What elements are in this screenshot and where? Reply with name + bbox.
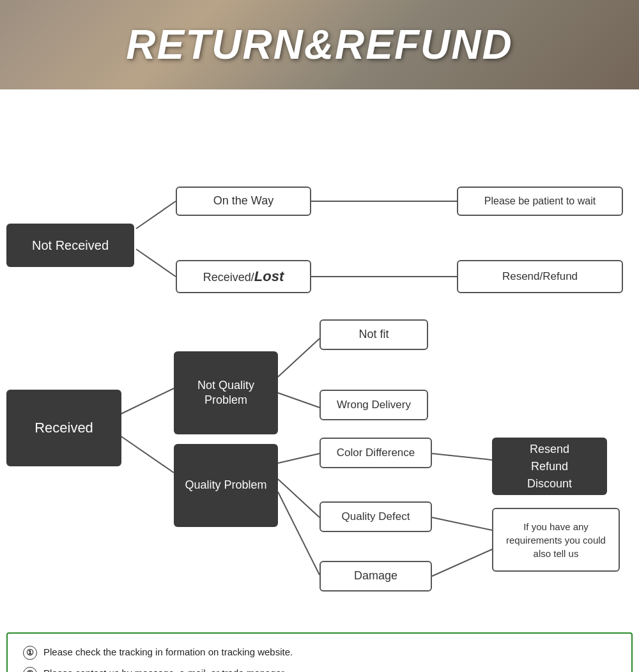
svg-line-12: [432, 517, 492, 530]
note-item-2: ② Please contact us by meesage, e-mail, …: [23, 666, 616, 672]
node-received: Received: [6, 390, 121, 466]
note-number-1: ①: [23, 646, 37, 660]
svg-line-13: [432, 549, 492, 576]
node-not-quality-problem: Not Quality Problem: [174, 351, 278, 434]
svg-line-9: [278, 479, 320, 517]
note-text-2: Please contact us by meesage, e-mail, or…: [43, 666, 286, 672]
svg-line-4: [118, 388, 174, 415]
node-not-fit: Not fit: [320, 319, 428, 350]
svg-line-6: [278, 339, 320, 377]
notes-box: ① Please check the tracking in formation…: [6, 632, 633, 672]
note-text-1: Please check the tracking in formation o…: [43, 645, 293, 660]
page-title: RETURN&REFUND: [126, 21, 513, 68]
node-on-the-way: On the Way: [176, 187, 311, 216]
svg-line-5: [118, 434, 174, 473]
svg-line-7: [278, 393, 320, 408]
note-item-1: ① Please check the tracking in formation…: [23, 645, 616, 660]
svg-line-0: [136, 201, 176, 229]
node-damage: Damage: [320, 561, 432, 592]
node-please-wait: Please be patient to wait: [457, 187, 623, 216]
svg-line-1: [136, 249, 176, 277]
node-quality-defect: Quality Defect: [320, 501, 432, 532]
svg-line-11: [432, 454, 492, 460]
node-resend-refund-discount: ResendRefundDiscount: [492, 438, 607, 495]
svg-line-10: [278, 492, 320, 575]
node-tell-us: If you have any requirements you could a…: [492, 508, 620, 572]
node-color-difference: Color Difference: [320, 438, 432, 468]
node-received-lost: Received/Lost: [176, 260, 311, 293]
header: RETURN&REFUND: [0, 0, 639, 89]
node-wrong-delivery: Wrong Delivery: [320, 390, 428, 420]
node-resend-refund: Resend/Refund: [457, 260, 623, 293]
node-not-received: Not Received: [6, 224, 134, 267]
note-number-2: ②: [23, 667, 37, 672]
node-quality-problem: Quality Problem: [174, 444, 278, 527]
svg-line-8: [278, 454, 320, 463]
